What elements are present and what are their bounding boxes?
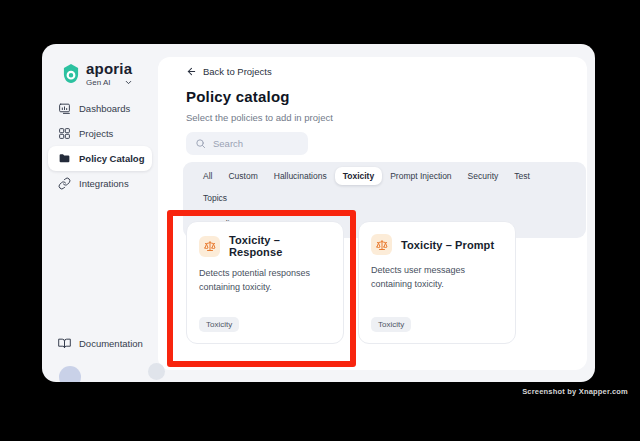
chat-bubble[interactable] [148,363,165,380]
policy-tag: Toxicity [199,317,239,332]
policy-card-toxicity-response[interactable]: Toxicity – Response Detects potential re… [186,221,344,344]
sidebar-item-policy-catalog[interactable]: Policy Catalog [48,146,152,171]
card-header: Toxicity – Prompt [371,234,503,255]
link-icon [58,177,71,190]
aporia-logo-icon [61,62,81,85]
brand: aporia Gen AI [61,60,133,87]
sidebar-item-label: Projects [79,128,113,139]
policy-card-title: Toxicity – Response [229,234,331,258]
search-box[interactable] [186,132,308,155]
sidebar-item-dashboards[interactable]: Dashboards [48,96,152,121]
sidebar-item-label: Policy Catalog [79,153,144,164]
tab-security[interactable]: Security [460,167,507,185]
main-panel: Back to Projects Policy catalog Select t… [158,57,587,370]
tab-test[interactable]: Test [506,167,538,185]
policy-icon-box [371,234,392,255]
book-open-icon [58,337,71,350]
page-title: Policy catalog [186,88,290,105]
workspace-selector[interactable]: Gen AI [86,78,133,87]
sidebar-item-projects[interactable]: Projects [48,121,152,146]
back-link-label: Back to Projects [203,66,272,77]
policy-icon-box [199,236,220,257]
sidebar-nav: Dashboards Projects Policy Catalog [48,96,152,196]
back-to-projects-link[interactable]: Back to Projects [186,66,272,77]
search-icon [195,138,206,149]
policy-tag: Toxicity [371,317,411,332]
sidebar-item-documentation[interactable]: Documentation [48,331,152,356]
arrow-left-icon [186,66,197,77]
scale-icon [204,240,216,252]
chevron-down-icon [124,78,133,87]
dashboard-icon [58,102,71,115]
sidebar-item-label: Integrations [79,178,129,189]
screenshot-stage: aporia Gen AI Dashboards [0,0,640,441]
policy-card-toxicity-prompt[interactable]: Toxicity – Prompt Detects user messages … [358,221,516,344]
tab-prompt-injection[interactable]: Prompt Injection [382,167,459,185]
brand-text: aporia Gen AI [86,60,133,87]
tab-hallucinations[interactable]: Hallucinations [266,167,335,185]
page-subtitle: Select the policies to add in project [186,112,333,123]
sidebar: aporia Gen AI Dashboards [42,44,158,382]
policy-card-description: Detects user messages containing toxicit… [371,264,505,291]
sidebar-item-label: Documentation [79,338,143,349]
projects-grid-icon [58,127,71,140]
sidebar-item-label: Dashboards [79,103,130,114]
app-window: aporia Gen AI Dashboards [42,44,595,382]
sidebar-footer: Documentation [48,331,152,356]
tab-toxicity[interactable]: Toxicity [335,167,383,185]
policy-cards: Toxicity – Response Detects potential re… [186,221,516,344]
policy-card-description: Detects potential responses containing t… [199,267,333,294]
workspace-label: Gen AI [86,78,110,87]
sidebar-item-integrations[interactable]: Integrations [48,171,152,196]
search-input[interactable] [213,138,293,149]
avatar[interactable] [59,366,81,382]
tab-all[interactable]: All [195,167,220,185]
policy-card-title: Toxicity – Prompt [401,239,494,251]
tab-topics[interactable]: Topics [195,189,235,207]
scale-icon [376,239,388,251]
folder-icon [58,152,71,165]
tab-custom[interactable]: Custom [220,167,265,185]
screenshot-credit: Screenshot by Xnapper.com [522,387,628,396]
brand-name: aporia [86,60,133,77]
card-header: Toxicity – Response [199,234,331,258]
